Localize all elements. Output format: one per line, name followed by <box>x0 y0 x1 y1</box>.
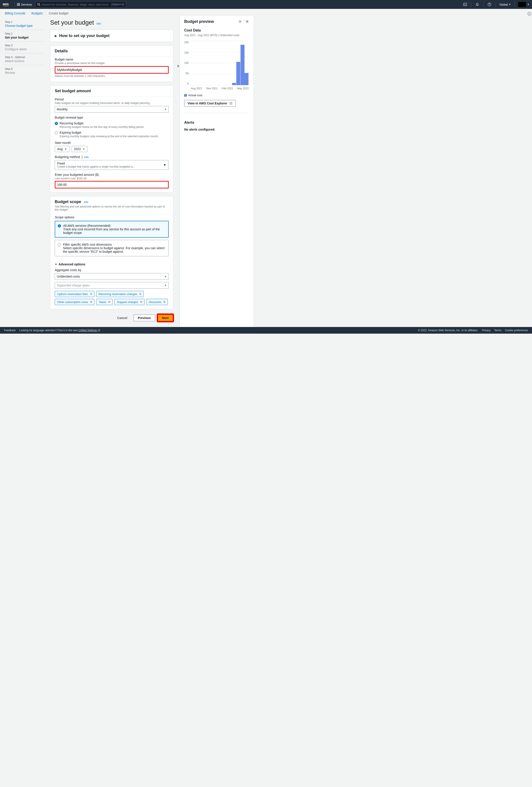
method-select[interactable]: Fixed Create a budget that tracks agains… <box>55 160 169 170</box>
period-hint: Daily budgets do not support enabling fo… <box>55 102 169 105</box>
start-year-select[interactable]: 2022 ▼ <box>71 146 88 152</box>
aggregate-select[interactable]: Unblended costs ▼ <box>55 273 169 280</box>
chevron-right-icon: 〉 <box>45 12 47 15</box>
budget-name-hint: Provide a descriptive name for this budg… <box>55 62 169 65</box>
collapse-icon[interactable] <box>177 65 179 67</box>
cost-data-heading: Cost Data <box>184 28 249 33</box>
caret-down-icon: ▼ <box>527 3 529 5</box>
step-2: Step 2 Set your budget <box>5 30 44 42</box>
budget-name-label: Budget name <box>55 58 169 61</box>
remove-chip-icon[interactable]: ✕ <box>140 300 143 304</box>
breadcrumb-billing[interactable]: Billing Console <box>5 12 25 15</box>
remove-chip-icon[interactable]: ✕ <box>90 292 92 296</box>
help-icon[interactable] <box>486 0 493 9</box>
radio-icon <box>58 225 61 228</box>
budget-amount-label: Enter your budgeted amount ($) <box>55 173 169 176</box>
terms-link[interactable]: Terms <box>494 329 502 332</box>
grid-icon <box>17 3 20 6</box>
charge-chip: Discounts✕ <box>146 299 168 305</box>
account-menu[interactable] <box>518 2 526 7</box>
charge-types-select[interactable]: Supported charge types ▼ <box>55 282 169 289</box>
scope-all-option[interactable]: All AWS services (Recommended) Track any… <box>55 221 169 238</box>
settings-icon[interactable] <box>238 20 242 23</box>
feedback-link[interactable]: Feedback <box>4 329 16 332</box>
howto-toggle[interactable]: ▶ How to set up your budget <box>50 30 173 42</box>
caret-down-icon: ▼ <box>83 148 85 150</box>
no-alerts-text: No alerts configured. <box>184 128 249 131</box>
renewal-label: Budget renewal type <box>55 116 169 119</box>
recurring-radio[interactable]: Recurring budget Recurring budgets renew… <box>55 122 169 129</box>
aws-logo[interactable]: aws <box>3 3 9 6</box>
footer: Feedback Looking for language selection?… <box>0 327 532 334</box>
preview-title: Budget preview <box>184 19 214 24</box>
advanced-toggle[interactable]: ▼ Advanced options <box>55 262 169 266</box>
chevron-right-icon: 〉 <box>27 12 30 15</box>
view-cost-explorer-button[interactable]: View in AWS Cost Explorer <box>184 100 236 107</box>
cloudshell-icon[interactable] <box>461 0 469 9</box>
remove-chip-icon[interactable]: ✕ <box>108 300 111 304</box>
caret-down-icon: ▼ <box>163 163 166 167</box>
page-info-link[interactable]: Info <box>97 22 101 25</box>
wizard-steps: Step 1 Choose budget type Step 2 Set you… <box>0 16 46 327</box>
start-month-select[interactable]: Aug ▼ <box>55 146 69 152</box>
breadcrumb-budgets[interactable]: Budgets <box>31 12 43 15</box>
search-input[interactable] <box>42 3 111 6</box>
legend-swatch <box>184 94 187 97</box>
privacy-link[interactable]: Privacy <box>482 329 491 332</box>
charge-chip: Support charges✕ <box>114 299 144 305</box>
close-icon[interactable] <box>246 20 249 23</box>
details-title: Details <box>55 49 169 54</box>
cookies-link[interactable]: Cookie preferences <box>505 329 528 332</box>
info-panel-toggle-icon[interactable] <box>528 12 531 16</box>
details-panel: Details Budget name Provide a descriptiv… <box>50 45 173 82</box>
services-menu[interactable]: Services <box>17 3 32 6</box>
cost-chart: 200150100500 <box>184 41 249 85</box>
caret-down-icon: ▼ <box>164 284 167 286</box>
caret-down-icon: ▼ <box>509 3 511 5</box>
scope-filter-option[interactable]: Filter specific AWS cost dimensions Sele… <box>55 240 169 256</box>
charge-chip: Other subscription costs✕ <box>55 299 94 305</box>
caret-down-icon: ▼ <box>64 148 67 150</box>
scope-options-label: Scope options <box>55 215 169 219</box>
notifications-icon[interactable] <box>473 0 481 9</box>
previous-button[interactable]: Previous <box>134 315 155 321</box>
unified-settings-link[interactable]: Unified Settings <box>79 329 101 332</box>
wizard-buttons: Cancel Previous Next <box>50 314 173 322</box>
budget-name-constraint: Names must be between 1-100 characters. <box>55 75 169 78</box>
aggregate-label: Aggregate costs by <box>55 268 169 272</box>
budget-amount-hint: Last month's cost: $182.28 <box>55 177 169 180</box>
step-4: Step 4 - Optional Attach actions <box>5 54 44 65</box>
remove-chip-icon[interactable]: ✕ <box>163 300 166 304</box>
charge-type-chips: Upfront reservation fees✕Recurring reser… <box>55 291 169 305</box>
scope-subtitle: Add filtering and use advanced options t… <box>55 205 169 211</box>
method-info-link[interactable]: Info <box>84 156 89 159</box>
copyright: © 2022, Amazon Web Services, Inc. or its… <box>418 329 478 332</box>
region-selector[interactable]: Global ▼ <box>498 3 513 6</box>
method-label: Budgeting method | Info <box>55 155 169 159</box>
radio-icon <box>55 131 58 134</box>
cancel-button[interactable]: Cancel <box>113 315 131 321</box>
expiring-radio[interactable]: Expiring budget Expiring monthly budgets… <box>55 131 169 138</box>
search-icon <box>37 3 40 6</box>
scope-info-link[interactable]: Info <box>84 200 88 204</box>
chart-legend: Actual cost <box>184 93 249 97</box>
radio-icon <box>58 243 61 246</box>
remove-chip-icon[interactable]: ✕ <box>90 300 92 304</box>
search-box[interactable]: [Option+S] <box>35 1 126 7</box>
next-button[interactable]: Next <box>157 314 173 322</box>
charge-chip: Upfront reservation fees✕ <box>55 291 94 297</box>
amount-panel: Set budget amount Period Daily budgets d… <box>50 85 173 193</box>
start-month-label: Start month <box>55 141 169 145</box>
howto-panel: ▶ How to set up your budget <box>50 30 173 42</box>
step-1[interactable]: Step 1 Choose budget type <box>5 18 44 30</box>
howto-title: How to set up your budget <box>59 34 109 38</box>
svg-line-1 <box>39 5 40 6</box>
svg-rect-2 <box>464 3 467 6</box>
budget-name-input[interactable] <box>55 66 169 73</box>
remove-chip-icon[interactable]: ✕ <box>139 292 142 296</box>
alerts-heading: Alerts <box>184 121 249 125</box>
period-select[interactable]: Monthly ▼ <box>55 106 169 113</box>
budget-amount-input[interactable] <box>55 181 169 188</box>
caret-down-icon: ▼ <box>164 275 167 278</box>
scope-title: Budget scope <box>55 199 81 204</box>
